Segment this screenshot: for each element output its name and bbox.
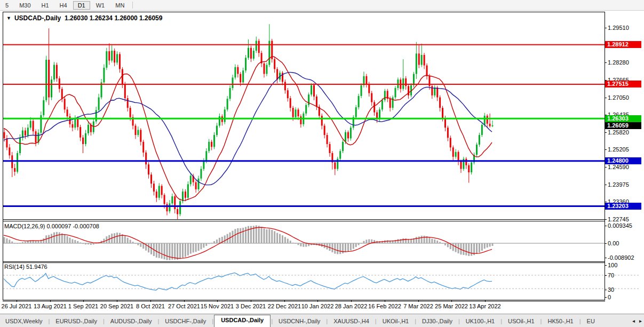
rsi-tick-label: 0 — [608, 294, 643, 300]
tab-eu[interactable]: EU — [582, 316, 600, 326]
date-label: 16 Feb 2022 — [368, 303, 401, 309]
chart-ohlc-values: 1.26030 1.26234 1.26000 1.26059 — [65, 14, 163, 22]
price-tick-label: 1.25820 — [608, 129, 643, 135]
date-label: 13 Aug 2021 — [34, 303, 67, 309]
date-label: 15 Nov 2021 — [201, 303, 234, 309]
date-label: 1 Sep 2021 — [68, 303, 98, 309]
date-label: 10 Jan 2022 — [301, 303, 334, 309]
macd-tick-label: -0.008902 — [608, 254, 643, 261]
date-label: 20 Sep 2021 — [100, 303, 133, 309]
rsi-tick-label: 70 — [608, 272, 643, 278]
date-tick-mark — [184, 300, 185, 302]
price-tick-mark — [605, 98, 607, 98]
macd-tick-mark — [605, 243, 607, 244]
date-tick-mark — [150, 300, 151, 302]
date-tick-mark — [385, 300, 385, 302]
date-tick-mark — [351, 300, 352, 302]
date-tick-mark — [83, 300, 84, 302]
price-tick-label: 1.28280 — [608, 59, 643, 66]
date-tick-mark — [117, 300, 117, 302]
price-tick-mark — [605, 132, 607, 133]
date-tick-mark — [251, 300, 251, 302]
tab-uk100-h1[interactable]: UK100-,H1 — [460, 316, 500, 326]
price-tick-label: 1.25205 — [608, 146, 643, 153]
tab-eurusd-daily[interactable]: EURUSD-,Daily — [50, 316, 102, 326]
price-tick-label: 1.27050 — [608, 94, 643, 101]
tab-usoil-h1[interactable]: USOil-,H1 — [503, 316, 540, 326]
tab-dj30-daily[interactable]: DJ30-,Daily — [417, 316, 458, 326]
price-badge: 1.24800 — [605, 157, 641, 164]
price-tick-mark — [605, 28, 607, 28]
tab-ukoil-h1[interactable]: UKOil-,H1 — [377, 316, 415, 326]
tab-audusd-daily[interactable]: AUDUSD-,Daily — [105, 316, 157, 326]
date-tick-mark — [217, 300, 218, 302]
date-label: 26 Jul 2021 — [2, 303, 32, 309]
date-label: 7 Mar 2022 — [403, 303, 433, 309]
price-tick-mark — [605, 167, 607, 168]
trading-terminal: 5M30H1H4D1W1MN ▼USDCAD-,Daily 1.26030 1.… — [0, 0, 644, 327]
chart-symbol-label: USDCAD-,Daily — [14, 14, 61, 22]
macd-label: MACD(12,26,9) 0.000097 -0.000708 — [4, 223, 99, 229]
date-tick-mark — [17, 300, 17, 302]
tab-usdcnh-daily[interactable]: USDCNH-,Daily — [273, 316, 325, 326]
price-tick-mark — [605, 185, 607, 185]
rsi-tick-label: 100 — [608, 262, 643, 268]
price-tick-mark — [605, 62, 607, 63]
tab-xauusd-h4[interactable]: XAUUSD-,H4 — [328, 316, 375, 326]
rsi-tick-mark — [605, 297, 607, 298]
rsi-tick-mark — [605, 275, 607, 276]
date-tick-mark — [50, 300, 51, 302]
price-badge: 1.26303 — [605, 115, 641, 122]
date-label: 13 Apr 2022 — [469, 303, 500, 309]
rsi-label: RSI(14) 51.9476 — [4, 264, 47, 270]
scroll-left-icon[interactable]: ◂ — [632, 318, 635, 324]
chart-canvas[interactable] — [0, 0, 644, 327]
price-tick-label: 1.22745 — [608, 216, 643, 222]
scroll-right-icon[interactable]: ▸ — [639, 318, 642, 324]
date-tick-mark — [485, 300, 486, 302]
macd-tick-mark — [605, 226, 607, 226]
rsi-tick-label: 30 — [608, 286, 643, 293]
macd-tick-label: 0.00 — [608, 240, 643, 246]
date-tick-mark — [317, 300, 318, 302]
date-label: 22 Dec 2021 — [268, 303, 301, 309]
price-tick-label: 1.29510 — [608, 25, 643, 31]
price-badge: 1.26059 — [605, 122, 641, 129]
down-triangle-icon[interactable]: ▼ — [6, 15, 11, 21]
date-label: 8 Oct 2021 — [136, 303, 165, 309]
rsi-tick-mark — [605, 290, 607, 290]
date-label: 27 Oct 2021 — [168, 303, 200, 309]
macd-tick-mark — [605, 258, 607, 258]
price-badge: 1.23203 — [605, 203, 641, 210]
tab-usdcad-daily[interactable]: USDCAD-,Daily — [214, 315, 271, 327]
rsi-tick-mark — [605, 265, 607, 266]
price-tick-mark — [605, 219, 607, 220]
price-badge: 1.28912 — [605, 41, 641, 48]
tab-scroll-arrows: ◂▸ — [632, 318, 642, 324]
date-label: 3 Dec 2021 — [236, 303, 266, 309]
symbol-tabbar: USDX,Weekly|EURUSD-,Daily|AUDUSD-,Daily|… — [0, 314, 644, 327]
price-tick-label: 1.23975 — [608, 181, 643, 188]
tab-usdx-weekly[interactable]: USDX,Weekly — [0, 316, 47, 326]
price-badge: 1.27515 — [605, 81, 641, 87]
tab-usdchf-daily[interactable]: USDCHF-,Daily — [160, 316, 211, 326]
price-tick-label: 1.24590 — [608, 164, 643, 170]
tab-hk50-h1[interactable]: HK50-,H1 — [542, 316, 578, 326]
date-tick-mark — [284, 300, 285, 302]
chart-title: ▼USDCAD-,Daily 1.26030 1.26234 1.26000 1… — [6, 14, 162, 22]
price-tick-mark — [605, 149, 607, 150]
macd-tick-label: 0.009345 — [608, 222, 643, 229]
price-tick-mark — [605, 202, 607, 202]
date-tick-mark — [418, 300, 419, 302]
date-tick-mark — [451, 300, 452, 302]
date-label: 25 Mar 2022 — [435, 303, 468, 309]
date-label: 28 Jan 2022 — [335, 303, 368, 309]
